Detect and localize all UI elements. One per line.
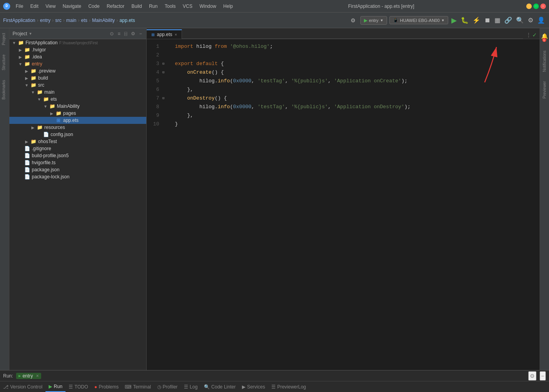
stop-button[interactable]: ⏹ xyxy=(484,16,491,25)
bottom-settings-icon[interactable]: ⚙ xyxy=(528,371,536,381)
resources-label: resources xyxy=(44,125,65,130)
sidebar-title: Project ▼ xyxy=(13,31,32,36)
expand-all-button[interactable]: ⌸ xyxy=(123,31,128,37)
tree-item-app-ets[interactable]: ⊞ app.ets xyxy=(9,117,146,124)
package-icon: 📄 xyxy=(24,167,31,172)
coverage-button[interactable]: ▦ xyxy=(494,16,501,25)
entry-label: entry xyxy=(32,61,42,67)
account-icon[interactable]: 👤 xyxy=(536,16,546,25)
menu-edit[interactable]: Edit xyxy=(27,2,42,11)
settings-icon[interactable]: ⚙ xyxy=(348,16,358,25)
build-label: build xyxy=(38,75,48,81)
tree-item-config[interactable]: 📄 config.json xyxy=(9,131,146,138)
menu-run[interactable]: Run xyxy=(146,2,161,11)
menu-vcs[interactable]: VCS xyxy=(180,2,196,11)
run-entry-close-button[interactable]: × xyxy=(36,373,39,379)
breadcrumb-app[interactable]: FirstApplication xyxy=(3,18,35,23)
menu-refactor[interactable]: Refactor xyxy=(104,2,127,11)
attach-button[interactable]: 🔗 xyxy=(504,16,513,25)
menu-build[interactable]: Build xyxy=(128,2,145,11)
package-label: package.json xyxy=(32,167,60,172)
tab-code-linter[interactable]: 🔍 Code Linter xyxy=(201,381,239,392)
menu-tools[interactable]: Tools xyxy=(162,2,179,11)
close-button[interactable]: × xyxy=(540,4,546,9)
menu-window[interactable]: Window xyxy=(196,2,220,11)
run-button[interactable]: ▶ xyxy=(451,15,458,25)
tree-item-preview[interactable]: ▶ 📁 .preview xyxy=(9,67,146,74)
fold-icon-7: ⊟ xyxy=(162,94,169,103)
notifications-panel-label[interactable]: Notifications xyxy=(541,46,548,76)
tree-item-hvigorfile[interactable]: 📄 hvigorfile.ts xyxy=(9,159,146,166)
scope-button[interactable]: ⊙ xyxy=(109,31,115,37)
tree-item-package-lock[interactable]: 📄 package-lock.json xyxy=(9,173,146,180)
profile-button[interactable]: ⚡ xyxy=(472,16,481,25)
tree-item-idea[interactable]: ▶ 📁 .idea xyxy=(9,53,146,60)
tree-item-root[interactable]: ▼ 📁 FirstApplication F:\huawei\project\F… xyxy=(9,39,146,46)
tree-item-src[interactable]: ▼ 📁 src xyxy=(9,82,146,89)
pages-folder-icon: 📁 xyxy=(55,111,62,116)
tab-close-icon[interactable]: × xyxy=(175,33,177,37)
debug-button[interactable]: 🐛 xyxy=(460,16,469,25)
editor-more-icon[interactable]: ⋮ xyxy=(526,32,531,38)
code-editor[interactable]: import hilog from '@ohos.hilog'; export … xyxy=(169,39,540,370)
tab-services[interactable]: ▶ Services xyxy=(239,381,268,392)
bookmarks-side-label[interactable]: Bookmarks xyxy=(0,75,9,104)
menu-navigate[interactable]: Navigate xyxy=(60,2,84,11)
tree-item-build-profile[interactable]: 📄 build-profile.json5 xyxy=(9,152,146,159)
tab-version-control[interactable]: ⎇ Version Control xyxy=(0,381,45,392)
menu-file[interactable]: File xyxy=(13,2,26,11)
sidebar-settings-icon[interactable]: ⚙ xyxy=(130,31,136,37)
tree-item-main[interactable]: ▼ 📁 main xyxy=(9,89,146,96)
tab-todo[interactable]: ☰ TODO xyxy=(65,381,91,392)
ets-label: ets xyxy=(51,96,57,102)
tab-previewer-log[interactable]: ☰ PreviewerLog xyxy=(268,381,309,392)
breadcrumb-src[interactable]: src xyxy=(55,18,62,23)
package-lock-icon: 📄 xyxy=(24,174,31,180)
breadcrumb-entry[interactable]: entry xyxy=(40,18,51,23)
tree-item-entry[interactable]: ▼ 📁 entry xyxy=(9,60,146,67)
pages-label: pages xyxy=(63,111,76,116)
collapse-all-button[interactable]: ≡ xyxy=(116,31,122,37)
build-folder-icon: 📁 xyxy=(30,75,37,81)
breadcrumb-file[interactable]: app.ets xyxy=(120,18,135,23)
search-button[interactable]: 🔍 xyxy=(515,16,525,25)
tree-item-package[interactable]: 📄 package.json xyxy=(9,166,146,173)
entry-selector[interactable]: ▶ entry ▼ xyxy=(360,16,387,25)
bottom-collapse-button[interactable]: − xyxy=(540,371,546,381)
tab-problems[interactable]: ● Problems xyxy=(91,381,122,392)
device-selector[interactable]: 📱 HUAWEI EBG-AN00 ▼ xyxy=(389,16,448,24)
minimize-button[interactable]: − xyxy=(526,4,532,9)
tab-run[interactable]: ▶ Run xyxy=(45,381,65,392)
sidebar-dropdown-icon[interactable]: ▼ xyxy=(29,32,32,36)
editor-content[interactable]: 1 2 3 4 5 6 7 8 9 10 ⊟ ⊟ ⊟ xyxy=(147,39,540,370)
pages-arrow-icon: ▶ xyxy=(49,111,55,116)
fold-icon-3: ⊟ xyxy=(162,60,169,68)
project-side-label[interactable]: Project xyxy=(0,28,9,50)
tab-terminal[interactable]: ⌨ Terminal xyxy=(122,381,154,392)
sidebar-close-button[interactable]: − xyxy=(138,31,143,37)
src-folder-icon: 📁 xyxy=(30,82,37,88)
tree-item-ets[interactable]: ▼ 📁 ets xyxy=(9,96,146,103)
tree-item-hvigor[interactable]: ▶ 📁 .hvigor xyxy=(9,46,146,53)
breadcrumb-mainability[interactable]: MainAbility xyxy=(92,18,115,23)
menu-code[interactable]: Code xyxy=(85,2,103,11)
hvigor-label: .hvigor xyxy=(32,47,46,53)
tab-app-ets[interactable]: ⊞ app.ets × xyxy=(147,29,182,39)
previewer-panel-label[interactable]: Previewer xyxy=(541,76,548,103)
tab-profiler[interactable]: ◷ Profiler xyxy=(154,381,181,392)
tree-item-mainability[interactable]: ▼ 📁 MainAbility xyxy=(9,103,146,110)
breadcrumb-ets[interactable]: ets xyxy=(81,18,87,23)
menu-view[interactable]: View xyxy=(42,2,59,11)
tree-item-build[interactable]: ▶ 📁 build xyxy=(9,74,146,82)
maximize-button[interactable]: □ xyxy=(533,4,539,9)
settings2-icon[interactable]: ⚙ xyxy=(527,16,534,25)
menu-help[interactable]: Help xyxy=(220,2,236,11)
breadcrumb-main[interactable]: main xyxy=(66,18,76,23)
tree-item-resources[interactable]: ▶ 📁 resources xyxy=(9,124,146,131)
window-controls: − □ × xyxy=(526,4,546,9)
tree-item-gitignore[interactable]: 📄 .gitignore xyxy=(9,145,146,152)
structure-side-label[interactable]: Structure xyxy=(0,50,9,75)
tree-item-pages[interactable]: ▶ 📁 pages xyxy=(9,110,146,117)
tree-item-ohostest[interactable]: ▶ 📁 ohosTest xyxy=(9,138,146,145)
tab-log[interactable]: ☰ Log xyxy=(181,381,201,392)
